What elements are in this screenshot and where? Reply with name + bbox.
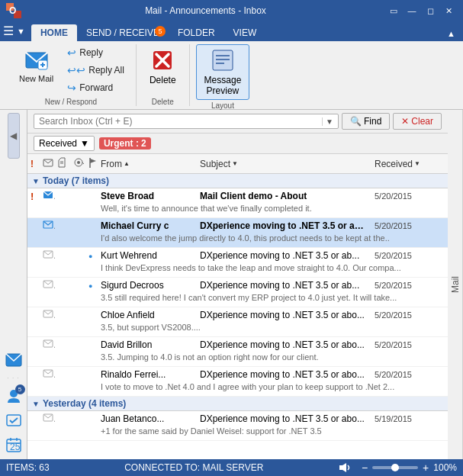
email-6-flag: [85, 373, 98, 376]
th-mention[interactable]: [70, 156, 85, 172]
tab-home[interactable]: HOME: [31, 24, 77, 41]
main-layout: ◀ · · · 5: [0, 110, 463, 459]
email-0-subject: Mail Client demo - About: [197, 189, 371, 203]
delete-button[interactable]: Delete: [143, 44, 183, 89]
email-row-5[interactable]: David Brillon DXperience moving to .NET …: [27, 337, 448, 367]
email-5-subject: DXperience moving to .NET 3.5 or abo...: [197, 338, 371, 352]
email-2-attachment: [55, 254, 70, 257]
email-2-mention: [70, 254, 85, 257]
email-7-preview: +1 for the same said by Daniel Weisel: s…: [98, 426, 448, 440]
email-3-received: 5/20/2015: [371, 279, 448, 291]
email-0-attachment: [55, 195, 70, 198]
email-6-importance: [27, 373, 40, 376]
zoom-out-button[interactable]: −: [360, 462, 369, 474]
email-4-subject: DXperience moving to .NET 3.5 or abo...: [197, 308, 371, 322]
ribbon-group-layout-label: Layout: [211, 100, 234, 110]
quick-access-dropdown[interactable]: ▼: [17, 27, 25, 36]
maximize-button[interactable]: ◻: [422, 3, 439, 18]
search-bar: ▼ 🔍 Find ✕ Clear: [27, 110, 448, 133]
ribbon-expand-button[interactable]: ▲: [442, 26, 460, 41]
email-7-subject: DXperience moving to .NET 3.5 or abo...: [197, 412, 371, 426]
sidebar-nav: · · · 5: [2, 349, 25, 459]
mail-nav-icon: [5, 353, 22, 367]
email-7-from: Juan Betanco...: [98, 412, 197, 426]
search-dropdown-arrow[interactable]: ▼: [322, 117, 333, 126]
th-attachment[interactable]: [55, 156, 70, 172]
new-mail-button[interactable]: New Mail: [12, 44, 60, 87]
received-filter[interactable]: Received ▼: [34, 136, 95, 151]
zoom-level: 100%: [433, 462, 457, 473]
email-row-1[interactable]: Michael Curry c DXperience moving to .NE…: [27, 218, 448, 248]
clear-icon: ✕: [401, 116, 409, 127]
email-row-6[interactable]: Rinaldo Ferrei... DXperience moving to .…: [27, 367, 448, 397]
clear-button[interactable]: ✕ Clear: [393, 113, 442, 130]
email-3-mention: [70, 284, 85, 287]
find-button[interactable]: 🔍 Find: [342, 113, 390, 130]
th-read[interactable]: [40, 157, 55, 171]
email-row-7[interactable]: Juan Betanco... DXperience moving to .NE…: [27, 411, 448, 441]
email-row-2[interactable]: ● Kurt Wehrend DXperience moving to .NET…: [27, 248, 448, 278]
th-received-sort-icon: ▼: [414, 160, 420, 167]
zoom-in-button[interactable]: +: [421, 462, 430, 474]
reply-all-button[interactable]: ↩↩ Reply All: [62, 62, 130, 79]
sidebar-item-people[interactable]: 5: [2, 384, 25, 407]
email-2-read: [40, 249, 55, 262]
svg-text:25: 25: [10, 442, 21, 452]
title-bar: O Mail - Announcements - Inbox ▭ — ◻ ✕: [0, 0, 463, 21]
search-icon: 🔍: [350, 116, 362, 127]
sidebar-item-tasks[interactable]: [2, 409, 25, 432]
email-row-3[interactable]: ● Sigurd Decroos DXperience moving to .N…: [27, 278, 448, 307]
window-controls: ▭ — ◻ ✕: [385, 3, 457, 18]
mail-content: ▼ 🔍 Find ✕ Clear Received ▼ Urgent : 2: [27, 110, 448, 459]
ribbon-group-delete-label: Delete: [152, 96, 174, 106]
group-header-yesterday[interactable]: ▼ Yesterday (4 items): [27, 397, 448, 411]
restore-button[interactable]: ▭: [385, 3, 402, 18]
zoom-slider[interactable]: [372, 466, 418, 469]
email-list: ▼ Today (7 items) ! Steve Broad Mail Cli…: [27, 174, 448, 459]
sidebar-item-mail[interactable]: [2, 349, 25, 371]
tab-folder[interactable]: FOLDER: [169, 24, 224, 41]
ribbon-group-new-respond: New Mail ↩ Reply ↩↩ Reply All ↪ Forward …: [6, 44, 137, 106]
mail-label-sidebar[interactable]: Mail: [448, 110, 463, 459]
th-importance[interactable]: !: [27, 157, 40, 171]
th-from[interactable]: From ▲: [98, 157, 197, 171]
th-received[interactable]: Received ▼: [371, 157, 448, 171]
email-4-read: [40, 308, 55, 322]
minimize-button[interactable]: —: [404, 3, 420, 18]
th-subject[interactable]: Subject ▼: [197, 157, 371, 171]
clear-label: Clear: [411, 116, 433, 127]
quick-access-icon[interactable]: ☰: [3, 24, 14, 38]
reply-button[interactable]: ↩ Reply: [62, 44, 130, 61]
close-button[interactable]: ✕: [440, 3, 457, 18]
reply-all-icon: ↩↩: [67, 64, 85, 76]
tab-view[interactable]: VIEW: [224, 24, 266, 41]
search-input[interactable]: [39, 116, 322, 127]
message-preview-button[interactable]: MessagePreview: [196, 44, 250, 100]
email-1-importance: [27, 224, 40, 227]
left-sidebar: ◀ · · · 5: [0, 110, 27, 459]
email-5-attachment: [55, 343, 70, 346]
th-flag[interactable]: [85, 156, 98, 172]
ribbon-group-new-respond-label: New / Respond: [45, 96, 97, 106]
sidebar-item-calendar[interactable]: 25: [2, 433, 25, 456]
group-today-label: Today (7 items): [43, 175, 109, 186]
reply-icon: ↩: [67, 47, 76, 59]
sidebar-collapse-button[interactable]: ◀: [8, 113, 20, 159]
search-input-wrap: ▼: [34, 114, 339, 129]
email-7-received: 5/19/2015: [371, 413, 448, 425]
window-title: Mail - Announcements - Inbox: [26, 5, 385, 16]
email-2-received: 5/20/2015: [371, 249, 448, 262]
email-7-read: [40, 412, 55, 426]
email-row-0[interactable]: ! Steve Broad Mail Client demo - About 5…: [27, 188, 448, 218]
email-5-importance: [27, 343, 40, 346]
forward-label: Forward: [79, 82, 113, 93]
group-header-today[interactable]: ▼ Today (7 items): [27, 174, 448, 188]
email-7-mention: [70, 417, 85, 420]
group-yesterday-arrow: ▼: [32, 400, 40, 408]
ribbon-delete-content: Delete: [143, 44, 183, 96]
forward-button[interactable]: ↪ Forward: [62, 79, 130, 96]
ribbon-layout-content: MessagePreview: [196, 44, 250, 100]
table-header: ! From ▲ Subject ▼ Received: [27, 154, 448, 174]
email-row-4[interactable]: Chloe Anfield DXperience moving to .NET …: [27, 307, 448, 337]
tab-send-receive[interactable]: SEND / RECEIVE 5: [77, 24, 169, 41]
